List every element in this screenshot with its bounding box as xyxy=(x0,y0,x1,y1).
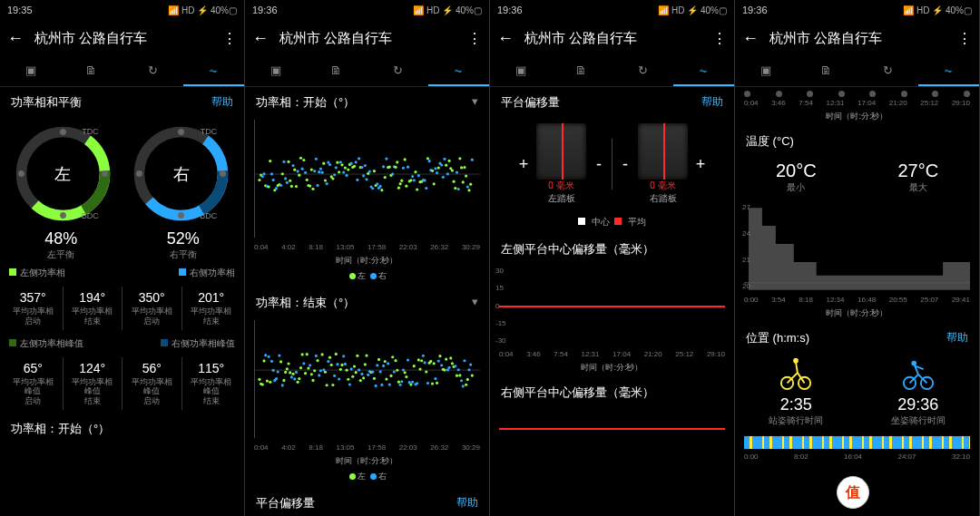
svg-point-221 xyxy=(358,368,360,371)
svg-point-294 xyxy=(469,363,472,365)
svg-point-269 xyxy=(431,382,434,385)
svg-point-83 xyxy=(362,174,365,177)
svg-point-278 xyxy=(445,357,447,360)
svg-point-110 xyxy=(404,158,407,161)
svg-point-182 xyxy=(298,377,300,380)
svg-point-66 xyxy=(336,161,338,164)
svg-point-115 xyxy=(411,175,414,178)
svg-point-125 xyxy=(426,157,429,160)
svg-point-159 xyxy=(262,359,265,362)
svg-point-96 xyxy=(382,165,385,168)
svg-point-38 xyxy=(293,169,296,171)
svg-point-273 xyxy=(437,359,440,362)
svg-point-58 xyxy=(324,179,327,181)
tab-3[interactable]: ↻ xyxy=(122,56,183,86)
svg-point-61 xyxy=(328,163,331,166)
svg-point-277 xyxy=(443,369,446,372)
svg-point-139 xyxy=(447,160,450,162)
svg-point-226 xyxy=(365,355,368,357)
left-pct: 48% xyxy=(44,229,77,248)
svg-point-95 xyxy=(380,189,383,191)
standing-block: 2:35 站姿骑行时间 xyxy=(769,355,823,427)
temp-max: 27°C xyxy=(897,161,938,181)
svg-point-156 xyxy=(258,378,260,381)
svg-point-263 xyxy=(422,355,425,357)
svg-point-167 xyxy=(275,377,278,380)
svg-point-187 xyxy=(306,353,309,355)
offset-right-chart xyxy=(499,410,725,446)
svg-point-48 xyxy=(309,185,311,188)
svg-point-215 xyxy=(348,383,351,385)
svg-point-280 xyxy=(447,366,450,369)
svg-point-232 xyxy=(375,385,377,387)
svg-point-79 xyxy=(356,179,358,181)
svg-point-169 xyxy=(278,354,280,356)
screen-balance: 19:35 📶 HD ⚡ 40%▢ ← 杭州市 公路自行车 ⋮ ▣ 🗎 ↻ ⏦ … xyxy=(0,0,245,516)
stat-cell: 201°平均功率相结束 xyxy=(181,287,241,330)
more-icon[interactable]: ⋮ xyxy=(957,30,972,47)
tab-1[interactable]: ▣ xyxy=(0,56,61,86)
back-icon[interactable]: ← xyxy=(7,29,24,48)
svg-point-173 xyxy=(284,371,287,374)
svg-point-151 xyxy=(466,186,469,189)
svg-point-45 xyxy=(304,171,307,174)
svg-point-260 xyxy=(417,358,420,361)
tab-2[interactable]: 🗎 xyxy=(61,56,122,86)
help-link[interactable]: 帮助 xyxy=(211,94,233,111)
chevron-down-icon[interactable]: ▾ xyxy=(472,94,478,111)
svg-point-128 xyxy=(431,170,434,172)
svg-point-154 xyxy=(471,159,474,161)
svg-point-51 xyxy=(313,170,316,172)
watermark-text: 什么值得买 xyxy=(875,481,965,505)
svg-point-289 xyxy=(462,385,465,387)
svg-point-89 xyxy=(371,187,374,190)
svg-point-130 xyxy=(434,167,436,170)
chevron-down-icon[interactable]: ▾ xyxy=(472,295,478,311)
more-icon[interactable]: ⋮ xyxy=(712,30,727,47)
back-icon[interactable]: ← xyxy=(252,29,269,48)
svg-point-238 xyxy=(384,360,387,363)
svg-point-165 xyxy=(272,369,275,372)
svg-point-245 xyxy=(394,359,397,362)
svg-point-205 xyxy=(333,375,336,377)
svg-point-220 xyxy=(356,355,358,357)
stat-cell: 65°平均功率相峰值启动 xyxy=(4,357,63,410)
stat-cell: 56°平均功率相峰值启动 xyxy=(122,357,181,410)
right-pct: 52% xyxy=(167,229,200,248)
svg-point-281 xyxy=(449,356,452,359)
status-bar: 19:35 📶 HD ⚡ 40%▢ xyxy=(0,0,244,20)
svg-point-298 xyxy=(793,358,799,364)
svg-point-212 xyxy=(344,363,347,365)
svg-point-183 xyxy=(299,366,302,369)
svg-point-114 xyxy=(409,179,412,181)
svg-point-241 xyxy=(388,383,391,385)
svg-point-231 xyxy=(373,377,376,380)
svg-point-236 xyxy=(380,384,383,386)
stat-cell: 115°平均功率相峰值结束 xyxy=(181,357,241,410)
more-icon[interactable]: ⋮ xyxy=(222,30,237,47)
svg-point-52 xyxy=(315,158,318,161)
back-icon[interactable]: ← xyxy=(742,29,759,48)
stat-cell: 194°平均功率相结束 xyxy=(63,287,122,330)
svg-point-204 xyxy=(331,384,334,386)
svg-point-153 xyxy=(469,183,472,186)
back-icon[interactable]: ← xyxy=(497,29,514,48)
svg-point-144 xyxy=(456,171,458,174)
more-icon[interactable]: ⋮ xyxy=(467,30,482,47)
svg-point-117 xyxy=(414,170,416,173)
svg-point-268 xyxy=(429,360,432,363)
svg-point-286 xyxy=(457,368,460,371)
svg-point-250 xyxy=(402,368,405,371)
app-title: 杭州市 公路自行车 xyxy=(34,30,211,47)
svg-point-124 xyxy=(425,187,427,190)
svg-point-49 xyxy=(310,168,313,170)
svg-point-180 xyxy=(295,371,298,374)
svg-point-235 xyxy=(379,370,382,373)
tab-4[interactable]: ⏦ xyxy=(183,56,244,86)
svg-point-94 xyxy=(379,185,382,188)
svg-point-134 xyxy=(440,163,443,166)
svg-point-21 xyxy=(267,185,270,188)
svg-point-15 xyxy=(258,179,260,181)
svg-point-248 xyxy=(399,384,402,386)
svg-point-18 xyxy=(262,172,265,175)
